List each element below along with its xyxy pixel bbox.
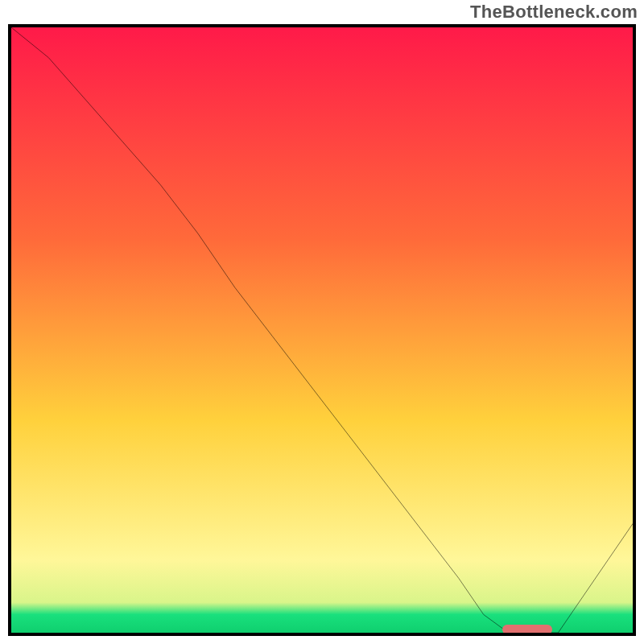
watermark-label: TheBottleneck.com (470, 2, 638, 23)
optimal-region-marker (502, 625, 552, 634)
plot-area (8, 24, 636, 636)
bottleneck-curve (11, 27, 633, 633)
bottleneck-figure: TheBottleneck.com (0, 0, 644, 644)
